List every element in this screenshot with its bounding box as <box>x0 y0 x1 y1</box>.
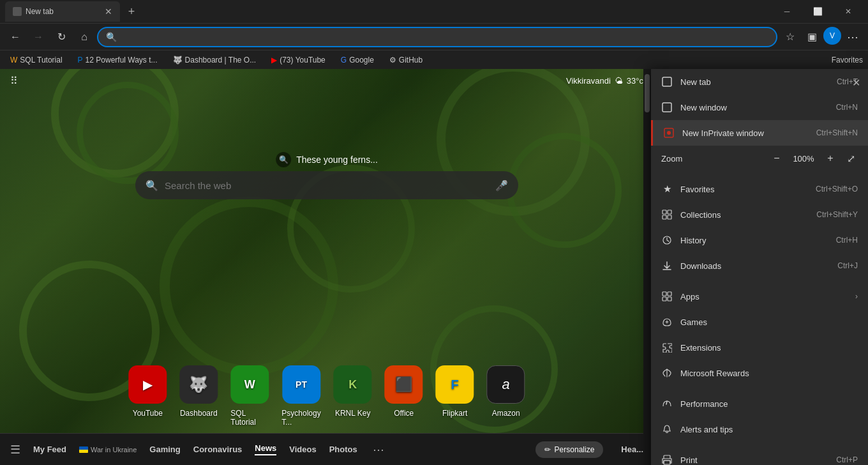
quick-link-psychology[interactable]: PT Psychology T... <box>281 365 320 427</box>
quick-link-krnl[interactable]: K KRNL Key <box>334 365 372 427</box>
search-area: 🔍 🎤 <box>135 171 518 199</box>
cm-ms-rewards-label: Microsoft Rewards <box>680 369 858 378</box>
collections-button[interactable]: ▣ <box>802 27 822 47</box>
minimize-button[interactable]: ─ <box>772 1 802 22</box>
news-item-news[interactable]: News <box>255 443 276 455</box>
history-icon <box>661 234 673 246</box>
bookmark-google[interactable]: G Google <box>336 54 379 66</box>
new-tab-icon <box>661 76 673 88</box>
forward-button[interactable]: → <box>28 27 49 47</box>
favorites-button[interactable]: ☆ <box>780 27 800 47</box>
cm-inprivate-label: New InPrivate window <box>682 128 809 138</box>
quick-link-sql[interactable]: W SQL Tutorial <box>230 365 269 427</box>
svg-rect-0 <box>662 77 671 86</box>
more-button[interactable]: ⋯ <box>842 27 863 47</box>
cm-favorites-label: Favorites <box>680 185 808 194</box>
address-input[interactable] <box>122 32 768 42</box>
bookmark-12powerful[interactable]: P 12 Powerful Ways t... <box>73 54 163 66</box>
back-button[interactable]: ← <box>5 27 26 47</box>
weather-widget: Vikkiravandi 🌤 33°c <box>566 76 643 86</box>
inprivate-icon <box>663 127 675 139</box>
cm-extensions[interactable]: Extensions <box>651 335 868 360</box>
cm-apps[interactable]: Apps › <box>651 284 868 309</box>
zoom-plus-button[interactable]: + <box>821 149 839 167</box>
tab-area: New tab ✕ + <box>5 1 767 22</box>
news-item-photos[interactable]: Photos <box>329 445 357 454</box>
bookmark-label: Google <box>349 56 374 65</box>
cm-downloads[interactable]: Downloads Ctrl+J <box>651 253 868 278</box>
temperature: 33°c <box>627 76 643 86</box>
refresh-button[interactable]: ↻ <box>51 27 71 47</box>
quick-link-youtube[interactable]: ▶ YouTube <box>128 365 167 427</box>
cm-new-window-shortcut: Ctrl+N <box>836 103 858 112</box>
cm-alerts[interactable]: Alerts and tips <box>651 416 868 442</box>
quick-link-label: Psychology T... <box>281 409 320 427</box>
account-button[interactable]: V <box>823 27 841 45</box>
tab-close-button[interactable]: ✕ <box>105 6 112 17</box>
context-menu-close[interactable]: ✕ <box>849 74 863 91</box>
address-bar[interactable]: 🔍 <box>97 27 777 47</box>
apps-grid-icon[interactable]: ⠿ <box>10 75 18 87</box>
quick-link-dashboard[interactable]: 🐺 Dashboard <box>179 365 218 427</box>
cm-games[interactable]: Games <box>651 309 868 335</box>
cm-ms-rewards[interactable]: Microsoft Rewards <box>651 360 868 386</box>
bookmark-dashboard[interactable]: 🐺 Dashboard | The O... <box>168 54 262 66</box>
cm-collections[interactable]: Collections Ctrl+Shift+Y <box>651 202 868 227</box>
maximize-button[interactable]: ⬜ <box>803 1 832 22</box>
news-item-videos[interactable]: Videos <box>289 445 316 454</box>
bookmark-label: Dashboard | The O... <box>185 56 257 65</box>
cm-performance[interactable]: Performance <box>651 391 868 416</box>
cm-performance-label: Performance <box>680 399 858 409</box>
image-caption-text: These young ferns... <box>296 155 378 165</box>
search-icon-main: 🔍 <box>146 179 158 192</box>
personalize-label: Personalize <box>555 445 595 454</box>
svg-rect-14 <box>664 461 670 464</box>
cm-history-label: History <box>680 236 828 245</box>
cm-extensions-label: Extensions <box>680 343 858 353</box>
active-tab[interactable]: New tab ✕ <box>5 1 120 22</box>
cm-new-window[interactable]: New window Ctrl+N <box>651 95 868 120</box>
news-item-head[interactable]: Hea... <box>621 445 643 454</box>
cm-print[interactable]: Print Ctrl+P <box>651 447 868 465</box>
favorites-label: Favorites <box>832 56 863 65</box>
quick-link-office[interactable]: ⬛ Office <box>385 365 423 427</box>
news-item-gaming[interactable]: Gaming <box>149 445 180 454</box>
cm-downloads-label: Downloads <box>680 261 830 271</box>
svg-point-3 <box>667 131 671 135</box>
news-item-myfeed[interactable]: My Feed <box>33 445 66 454</box>
cm-favorites[interactable]: ★ Favorites Ctrl+Shift+O <box>651 176 868 202</box>
bookmark-github[interactable]: ⚙ GitHub <box>384 54 428 66</box>
war-in-ukraine-item[interactable]: War in Ukraine <box>79 446 137 454</box>
page-topbar: ⠿ Vikkiravandi 🌤 33°c <box>0 69 654 92</box>
search-box[interactable]: 🔍 🎤 <box>135 171 518 199</box>
new-tab-button[interactable]: + <box>123 3 140 20</box>
mic-icon[interactable]: 🎤 <box>495 179 508 192</box>
news-item-coronavirus[interactable]: Coronavirus <box>193 445 243 454</box>
close-button[interactable]: ✕ <box>834 1 863 22</box>
bookmarks-bar: W SQL Tutorial P 12 Powerful Ways t... 🐺… <box>0 50 868 69</box>
tab-favicon <box>13 7 22 16</box>
zoom-label: Zoom <box>661 154 763 164</box>
news-more-button[interactable]: ⋯ <box>373 443 384 457</box>
zoom-minus-button[interactable]: − <box>768 149 786 167</box>
zoom-expand-button[interactable]: ⤢ <box>844 150 858 167</box>
window-controls: ─ ⬜ ✕ <box>772 1 863 22</box>
search-icon-caption: 🔍 <box>276 152 291 167</box>
cm-downloads-shortcut: Ctrl+J <box>837 261 858 270</box>
cm-inprivate-window[interactable]: New InPrivate window Ctrl+Shift+N <box>651 120 868 146</box>
home-button[interactable]: ⌂ <box>74 27 94 47</box>
cm-apps-label: Apps <box>680 292 848 301</box>
bookmark-sql[interactable]: W SQL Tutorial <box>5 54 68 66</box>
quick-link-label: YouTube <box>133 409 163 418</box>
quick-link-label: Amazon <box>492 409 520 418</box>
toolbar: ← → ↻ ⌂ 🔍 ☆ ▣ V ⋯ <box>0 23 868 50</box>
quick-link-amazon[interactable]: a Amazon <box>487 365 525 427</box>
svg-rect-6 <box>662 215 666 219</box>
cm-new-tab[interactable]: New tab Ctrl+T <box>651 69 868 95</box>
search-input[interactable] <box>165 180 489 191</box>
personalize-button[interactable]: ✏ Personalize <box>535 441 604 458</box>
news-menu-icon[interactable]: ☰ <box>10 443 20 457</box>
bookmark-youtube[interactable]: ▶ (73) YouTube <box>266 54 331 66</box>
cm-history[interactable]: History Ctrl+H <box>651 227 868 253</box>
quick-link-flipkart[interactable]: F Flipkart <box>436 365 474 427</box>
